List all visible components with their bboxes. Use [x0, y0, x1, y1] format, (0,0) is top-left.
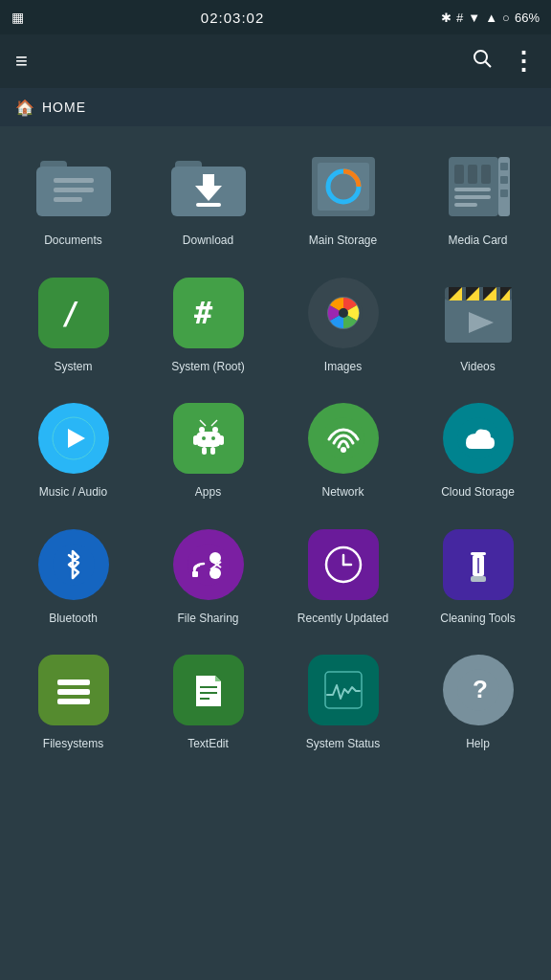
- svg-rect-16: [500, 163, 508, 170]
- svg-rect-22: [454, 188, 491, 191]
- svg-rect-21: [481, 165, 491, 184]
- bluetooth-status-icon: ✱: [441, 11, 452, 25]
- music-audio-label: Music / Audio: [39, 485, 107, 501]
- svg-rect-49: [202, 447, 207, 455]
- app-grid: Documents Download Main Storage: [0, 126, 551, 771]
- help-label: Help: [466, 737, 490, 752]
- svg-text:/: /: [61, 295, 79, 331]
- bluetooth-label: Bluetooth: [49, 612, 98, 627]
- grid-item-filesystems[interactable]: Filesystems: [8, 641, 139, 760]
- grid-item-download[interactable]: Download: [143, 138, 274, 256]
- status-time: 02:03:02: [201, 10, 264, 26]
- svg-rect-4: [54, 178, 94, 183]
- filesystems-label: Filesystems: [43, 737, 103, 752]
- main-storage-label: Main Storage: [309, 234, 377, 249]
- grid-item-main-storage[interactable]: Main Storage: [277, 138, 408, 256]
- main-storage-icon: [304, 147, 383, 226]
- music-audio-icon: [34, 399, 113, 478]
- grid-item-videos[interactable]: Videos: [412, 264, 543, 383]
- grid-item-music-audio[interactable]: Music / Audio: [8, 390, 139, 508]
- grid-item-help[interactable]: ? Help: [412, 641, 543, 760]
- apps-label: Apps: [195, 485, 221, 501]
- file-sharing-label: File Sharing: [177, 612, 238, 627]
- network-label: Network: [321, 485, 364, 501]
- more-options-button[interactable]: ⋮: [511, 47, 536, 77]
- cleaning-tools-icon: [439, 525, 518, 604]
- textedit-icon: [169, 651, 248, 729]
- svg-rect-6: [54, 197, 82, 202]
- svg-point-54: [211, 436, 215, 440]
- grid-item-media-card[interactable]: Media Card: [412, 138, 543, 256]
- svg-rect-5: [54, 188, 94, 192]
- documents-icon: [34, 147, 113, 226]
- svg-line-1: [486, 62, 492, 68]
- wifi-status-icon: ▼: [468, 11, 480, 25]
- videos-label: Videos: [460, 360, 495, 375]
- grid-item-cleaning-tools[interactable]: Cleaning Tools: [412, 516, 543, 635]
- videos-icon: [439, 274, 518, 352]
- grid-item-textedit[interactable]: TextEdit: [143, 641, 274, 760]
- cloud-storage-icon: [439, 399, 518, 478]
- network-icon: [304, 399, 383, 478]
- system-root-icon: #: [169, 274, 248, 352]
- grid-item-system-root[interactable]: # System (Root): [143, 264, 274, 383]
- menu-button[interactable]: ≡: [15, 49, 28, 74]
- recently-updated-label: Recently Updated: [298, 612, 388, 627]
- battery-percent: 66%: [515, 11, 540, 25]
- system-status-label: System Status: [306, 737, 380, 752]
- svg-rect-68: [471, 576, 486, 582]
- svg-line-52: [211, 420, 217, 426]
- file-sharing-icon: [169, 525, 248, 604]
- status-bar: ▦ 02:03:02 ✱ # ▼ ▲ ○ 66%: [0, 0, 551, 34]
- images-icon: [304, 274, 383, 352]
- grid-item-recently-updated[interactable]: Recently Updated: [277, 516, 408, 635]
- svg-point-62: [209, 568, 221, 579]
- documents-label: Documents: [44, 234, 102, 249]
- svg-rect-60: [192, 571, 198, 577]
- breadcrumb: 🏠 Home: [0, 88, 551, 126]
- svg-rect-72: [57, 699, 90, 704]
- breadcrumb-text: Home: [42, 100, 86, 115]
- search-button[interactable]: [471, 47, 494, 76]
- system-icon: /: [34, 274, 113, 352]
- grid-item-file-sharing[interactable]: File Sharing: [143, 516, 274, 635]
- grid-item-documents[interactable]: Documents: [8, 138, 139, 256]
- media-card-label: Media Card: [448, 234, 507, 249]
- svg-rect-50: [210, 447, 215, 455]
- svg-rect-46: [196, 432, 221, 447]
- grid-item-system-status[interactable]: System Status: [277, 641, 408, 760]
- grid-item-cloud-storage[interactable]: Cloud Storage: [412, 390, 543, 508]
- status-left-icon: ▦: [11, 10, 24, 25]
- textedit-label: TextEdit: [187, 737, 229, 752]
- images-label: Images: [324, 360, 362, 375]
- help-icon: ?: [439, 651, 518, 729]
- svg-text:#: #: [194, 295, 213, 331]
- filesystems-icon: [34, 651, 113, 729]
- recently-updated-icon: [304, 525, 383, 604]
- svg-line-51: [200, 420, 206, 426]
- system-root-label: System (Root): [171, 360, 245, 375]
- signal-status-icon: ▲: [485, 11, 497, 25]
- grid-item-images[interactable]: Images: [277, 264, 408, 383]
- svg-rect-18: [500, 189, 508, 197]
- top-bar: ≡ ⋮: [0, 34, 551, 88]
- svg-rect-47: [193, 435, 198, 445]
- svg-rect-70: [57, 679, 90, 685]
- grid-item-bluetooth[interactable]: Bluetooth: [8, 516, 139, 635]
- svg-point-53: [202, 436, 206, 440]
- svg-rect-20: [468, 165, 477, 184]
- grid-item-system[interactable]: / System: [8, 264, 139, 383]
- top-bar-right: ⋮: [471, 47, 536, 77]
- download-icon: [169, 147, 248, 226]
- grid-item-apps[interactable]: Apps: [143, 390, 274, 508]
- svg-text:?: ?: [473, 675, 488, 703]
- grid-item-network[interactable]: Network: [277, 390, 408, 508]
- svg-point-56: [341, 447, 346, 453]
- home-icon: 🏠: [15, 99, 34, 117]
- download-label: Download: [183, 234, 233, 249]
- cloud-storage-label: Cloud Storage: [441, 485, 515, 501]
- battery-status-icon: ○: [502, 11, 510, 25]
- svg-rect-24: [454, 203, 477, 207]
- svg-rect-23: [454, 195, 491, 199]
- hash-status-icon: #: [456, 11, 463, 25]
